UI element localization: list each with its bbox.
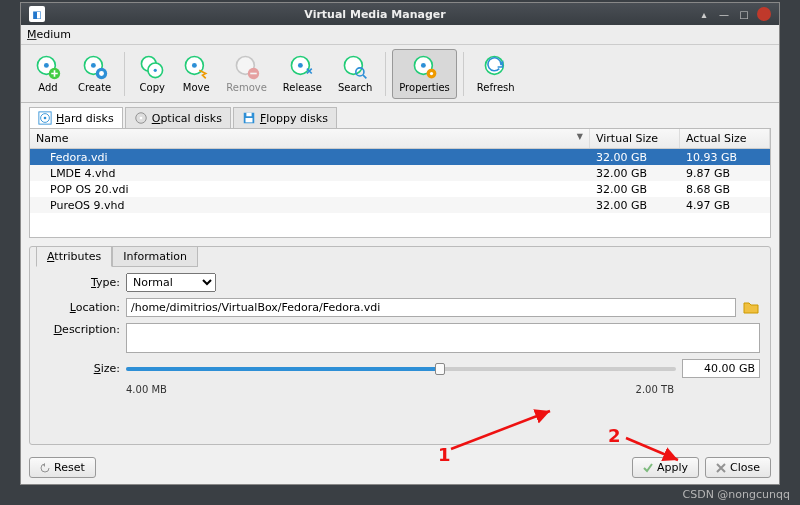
window-controls: ▴ — □ xyxy=(697,7,771,21)
watermark: CSDN @nongcunqq xyxy=(683,488,790,501)
size-label: Size: xyxy=(40,362,120,375)
menubar: Medium xyxy=(21,25,779,45)
svg-point-4 xyxy=(91,63,96,68)
table-row[interactable]: LMDE 4.vhd32.00 GB9.87 GB xyxy=(30,165,770,181)
minimize-icon[interactable]: — xyxy=(717,7,731,21)
add-button[interactable]: Add xyxy=(27,49,69,99)
table-row[interactable]: POP OS 20.vdi32.00 GB8.68 GB xyxy=(30,181,770,197)
cell-name: POP OS 20.vdi xyxy=(30,183,590,196)
media-tabs: Hard disks Optical disks Floppy disks xyxy=(29,107,771,128)
remove-button: Remove xyxy=(219,49,274,99)
tab-floppy-disks[interactable]: Floppy disks xyxy=(233,107,337,128)
table-row[interactable]: Fedora.vdi32.00 GB10.93 GB xyxy=(30,149,770,165)
svg-point-15 xyxy=(298,63,303,68)
col-virtual-size[interactable]: Virtual Size xyxy=(590,129,680,148)
scale-min: 4.00 MB xyxy=(126,384,167,395)
cell-asize: 9.87 GB xyxy=(680,167,770,180)
app-icon: ◧ xyxy=(29,6,45,22)
table-body: Fedora.vdi32.00 GB10.93 GBLMDE 4.vhd32.0… xyxy=(30,149,770,237)
refresh-icon xyxy=(483,54,509,80)
svg-point-27 xyxy=(139,117,142,120)
titlebar: ◧ Virtual Media Manager ▴ — □ xyxy=(21,3,779,25)
cell-asize: 10.93 GB xyxy=(680,151,770,164)
cell-vsize: 32.00 GB xyxy=(590,199,680,212)
size-scale: 4.00 MB 2.00 TB xyxy=(40,384,760,395)
table-header: Name▼ Virtual Size Actual Size xyxy=(30,129,770,149)
svg-point-16 xyxy=(345,56,363,74)
release-icon xyxy=(289,54,315,80)
close-button[interactable]: Close xyxy=(705,457,771,478)
reset-button[interactable]: Reset xyxy=(29,457,96,478)
cell-name: LMDE 4.vhd xyxy=(30,167,590,180)
maximize-icon[interactable]: □ xyxy=(737,7,751,21)
location-input[interactable] xyxy=(126,298,736,317)
description-label: Description: xyxy=(40,323,120,336)
svg-rect-30 xyxy=(245,118,252,122)
folder-icon[interactable] xyxy=(742,299,760,317)
svg-point-11 xyxy=(192,63,197,68)
properties-panel: Attributes Information Type: Normal Loca… xyxy=(29,246,771,445)
menu-medium[interactable]: Medium xyxy=(27,28,71,41)
type-select[interactable]: Normal xyxy=(126,273,216,292)
hard-disk-icon xyxy=(38,111,52,125)
svg-point-25 xyxy=(44,117,47,120)
scale-max: 2.00 TB xyxy=(636,384,674,395)
separator xyxy=(124,52,125,96)
footer: Reset Apply Close xyxy=(21,451,779,484)
copy-button[interactable]: Copy xyxy=(131,49,173,99)
tab-optical-disks[interactable]: Optical disks xyxy=(125,107,231,128)
cell-vsize: 32.00 GB xyxy=(590,183,680,196)
cell-vsize: 32.00 GB xyxy=(590,167,680,180)
check-icon xyxy=(643,463,653,473)
separator xyxy=(463,52,464,96)
table-row[interactable]: PureOS 9.vhd32.00 GB4.97 GB xyxy=(30,197,770,213)
refresh-button[interactable]: Refresh xyxy=(470,49,522,99)
close-icon[interactable] xyxy=(757,7,771,21)
cell-asize: 4.97 GB xyxy=(680,199,770,212)
floppy-disk-icon xyxy=(242,111,256,125)
size-input[interactable] xyxy=(682,359,760,378)
svg-rect-29 xyxy=(246,113,251,117)
properties-tabs: Attributes Information xyxy=(30,246,770,267)
create-button[interactable]: Create xyxy=(71,49,118,99)
release-button[interactable]: Release xyxy=(276,49,329,99)
apply-button[interactable]: Apply xyxy=(632,457,699,478)
copy-icon xyxy=(139,54,165,80)
size-slider[interactable] xyxy=(126,361,676,377)
x-icon xyxy=(716,463,726,473)
create-icon xyxy=(82,54,108,80)
location-label: Location: xyxy=(40,301,120,314)
search-button[interactable]: Search xyxy=(331,49,379,99)
move-icon xyxy=(183,54,209,80)
remove-icon xyxy=(234,54,260,80)
tab-attributes[interactable]: Attributes xyxy=(36,246,112,267)
svg-point-19 xyxy=(420,63,425,68)
tab-information[interactable]: Information xyxy=(112,246,198,267)
svg-point-6 xyxy=(99,71,104,76)
cell-name: Fedora.vdi xyxy=(30,151,590,164)
slider-thumb[interactable] xyxy=(435,363,445,375)
toolbar: Add Create Copy Move Remove Release Sear… xyxy=(21,45,779,103)
search-icon xyxy=(342,54,368,80)
attributes-form: Type: Normal Location: Description: Size… xyxy=(30,267,770,444)
reset-icon xyxy=(40,463,50,473)
cell-asize: 8.68 GB xyxy=(680,183,770,196)
svg-point-1 xyxy=(44,63,49,68)
cell-vsize: 32.00 GB xyxy=(590,151,680,164)
tab-hard-disks[interactable]: Hard disks xyxy=(29,107,123,128)
type-label: Type: xyxy=(40,276,120,289)
sort-icon: ▼ xyxy=(577,132,583,141)
move-button[interactable]: Move xyxy=(175,49,217,99)
svg-point-21 xyxy=(429,72,432,75)
properties-button[interactable]: Properties xyxy=(392,49,457,99)
window: ◧ Virtual Media Manager ▴ — □ Medium Add… xyxy=(20,2,780,485)
description-input[interactable] xyxy=(126,323,760,353)
col-actual-size[interactable]: Actual Size xyxy=(680,129,770,148)
window-title: Virtual Media Manager xyxy=(53,8,697,21)
col-name[interactable]: Name▼ xyxy=(30,129,590,148)
menu-icon[interactable]: ▴ xyxy=(697,7,711,21)
properties-icon xyxy=(412,54,438,80)
add-icon xyxy=(35,54,61,80)
optical-disk-icon xyxy=(134,111,148,125)
content: Hard disks Optical disks Floppy disks Na… xyxy=(21,103,779,451)
